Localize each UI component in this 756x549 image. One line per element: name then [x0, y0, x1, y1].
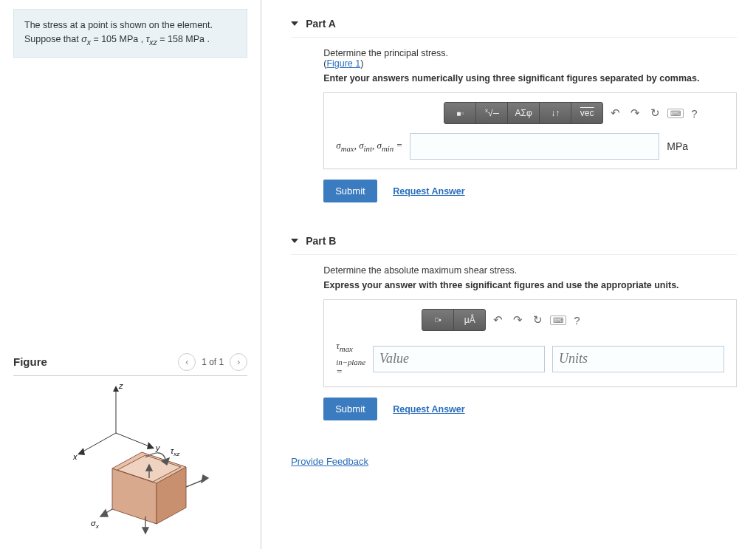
greek-button[interactable]: ΑΣφ [507, 102, 540, 124]
figure-diagram: z x y [13, 376, 247, 539]
part-a-answer-label: σmax, σint, σmin = [336, 140, 402, 153]
svg-text:σx: σx [91, 519, 100, 530]
part-b-header[interactable]: Part B [291, 232, 737, 255]
part-b-submit-button[interactable]: Submit [323, 398, 377, 420]
redo-icon[interactable]: ↷ [628, 106, 643, 120]
svg-marker-16 [100, 510, 108, 516]
figure-title: Figure [13, 355, 47, 368]
caret-down-icon [291, 21, 298, 26]
part-a-instruction: Enter your answers numerically using thr… [323, 73, 737, 83]
keyboard-icon[interactable]: ⌨ [667, 109, 684, 118]
svg-marker-1 [113, 386, 119, 392]
figure-page-indicator: 1 of 1 [202, 357, 224, 367]
part-a-request-answer[interactable]: Request Answer [393, 186, 464, 197]
svg-marker-18 [142, 528, 148, 533]
svg-text:y: y [155, 443, 161, 452]
svg-marker-14 [202, 475, 208, 482]
undo-icon[interactable]: ↶ [490, 313, 506, 327]
templates-button[interactable]: □▪ [422, 309, 454, 331]
part-a-unit: MPa [667, 140, 688, 152]
figure-link[interactable]: Figure 1 [326, 58, 360, 69]
undo-icon[interactable]: ↶ [608, 106, 623, 120]
svg-text:x: x [72, 452, 78, 461]
part-b-title: Part B [306, 235, 336, 247]
subsup-button[interactable]: ↓↑ [539, 102, 571, 124]
units-button[interactable]: μÅ [453, 309, 486, 331]
part-b-answer-label: τmax in−plane = [336, 340, 365, 378]
reset-icon[interactable]: ↻ [530, 313, 546, 327]
part-a-header[interactable]: Part A [291, 15, 737, 38]
provide-feedback-link[interactable]: Provide Feedback [291, 456, 368, 467]
help-icon[interactable]: ? [571, 314, 583, 327]
root-button[interactable]: x√ [475, 102, 508, 124]
part-a-submit-button[interactable]: Submit [323, 180, 377, 202]
figure-next-button[interactable]: › [230, 353, 247, 371]
figure-prev-button[interactable]: ‹ [178, 353, 196, 371]
caret-down-icon [291, 239, 298, 243]
svg-text:τxz: τxz [171, 446, 180, 457]
part-b-value-input[interactable] [373, 346, 545, 372]
part-b-units-input[interactable] [552, 346, 724, 372]
svg-marker-3 [78, 448, 85, 455]
keyboard-icon[interactable]: ⌨ [550, 316, 566, 325]
reset-icon[interactable]: ↻ [647, 106, 663, 120]
part-a-prompt: Determine the principal stress. [323, 48, 737, 58]
part-b-instruction: Express your answer with three significa… [323, 280, 737, 290]
part-a-answer-input[interactable] [410, 133, 659, 160]
svg-line-2 [79, 433, 116, 454]
part-a-title: Part A [306, 18, 336, 30]
vec-button[interactable]: vec [571, 102, 603, 124]
redo-icon[interactable]: ↷ [510, 313, 526, 327]
svg-text:z: z [118, 381, 123, 390]
svg-marker-5 [147, 442, 154, 449]
part-b-request-answer[interactable]: Request Answer [393, 404, 464, 415]
problem-statement: The stress at a point is shown on the el… [13, 9, 247, 58]
part-b-prompt: Determine the absolute maximum shear str… [323, 265, 737, 276]
templates-button[interactable]: ■▫ [444, 102, 476, 124]
part-b-answer-box: □▪ μÅ ↶ ↷ ↻ ⌨ ? τmax in−plane = [323, 299, 737, 387]
help-icon[interactable]: ? [688, 107, 700, 120]
svg-line-4 [116, 433, 153, 448]
part-a-answer-box: ■▫ x√ ΑΣφ ↓↑ vec ↶ ↷ ↻ ⌨ ? σmax, σint, σ… [323, 92, 737, 169]
